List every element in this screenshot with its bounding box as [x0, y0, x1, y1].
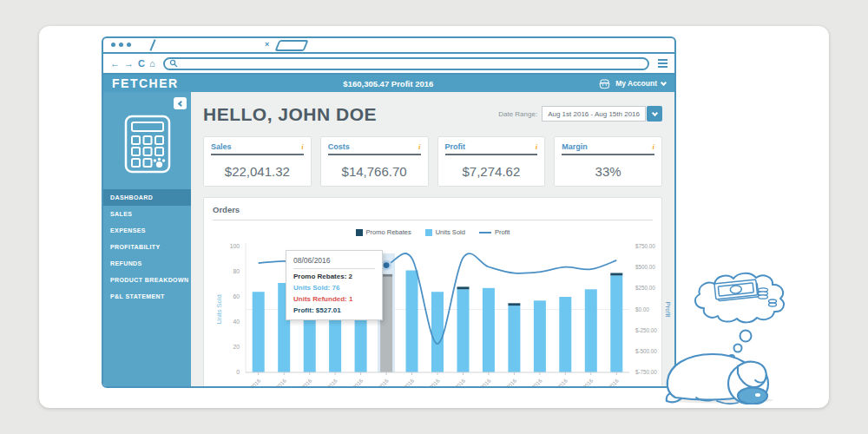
orders-chart[interactable]: 100806040200$750.00$500.00$250.00$0.00$-… [213, 238, 653, 388]
kpi-row: Salesi $22,041.32 Costsi $14,766.70 Prof… [203, 136, 662, 187]
info-icon[interactable]: i [418, 142, 421, 151]
traffic-light-dots [111, 43, 131, 47]
sidebar-item-profitability[interactable]: PROFITABILITY [103, 239, 191, 255]
design-canvas-card: × ← → C ⌂ FETCHER $160,305.47 Profit 201… [39, 26, 829, 408]
kpi-value: $22,041.32 [211, 164, 304, 179]
kpi-card-profit: Profiti $7,274.62 [437, 136, 546, 187]
svg-text:0: 0 [236, 369, 240, 375]
kpi-label: Margin [562, 142, 588, 151]
svg-text:$250.00: $250.00 [635, 285, 655, 291]
my-account-menu[interactable]: My Account [598, 78, 666, 89]
traffic-light-dot [119, 43, 123, 47]
svg-text:$-750.00: $-750.00 [635, 369, 657, 375]
sidebar: DASHBOARD SALES EXPENSES PROFITABILITY R… [103, 92, 191, 386]
svg-text:08/05/2016: 08/05/2016 [340, 377, 365, 388]
sidebar-item-sales[interactable]: SALES [103, 206, 191, 222]
money-icon [714, 279, 759, 301]
traffic-light-dot [127, 43, 131, 47]
svg-text:$500.00: $500.00 [635, 264, 655, 270]
fetcher-logo: FETCHER [112, 76, 179, 90]
sidebar-item-dashboard[interactable]: DASHBOARD [103, 189, 191, 206]
chart-legend: Promo Rebates Units Sold Profit [213, 228, 653, 236]
sleeping-dog-illustration [659, 270, 824, 404]
kpi-card-sales: Salesi $22,041.32 [203, 136, 312, 187]
kpi-card-margin: Margini 33% [554, 136, 662, 187]
traffic-light-dot [111, 43, 115, 47]
kpi-card-costs: Costsi $14,766.70 [320, 136, 429, 187]
info-icon[interactable]: i [536, 142, 538, 151]
my-account-label: My Account [615, 79, 657, 88]
kpi-label: Profit [445, 142, 466, 151]
kpi-value: $14,766.70 [328, 164, 421, 179]
bubble-trail-dot [740, 331, 752, 342]
main-content: HELLO, JOHN DOE Date Range: Aug 1st 2016… [191, 92, 674, 386]
svg-text:08/15/2016: 08/15/2016 [596, 377, 621, 388]
legend-profit[interactable]: Profit [479, 228, 510, 236]
url-input[interactable] [163, 57, 649, 70]
browser-nav-bar: ← → C ⌂ [103, 52, 674, 75]
profit-summary: $160,305.47 Profit 2016 [179, 79, 599, 89]
svg-text:80: 80 [233, 268, 240, 274]
profit-line-swatch [479, 232, 491, 233]
info-icon[interactable]: i [301, 142, 304, 151]
units-sold-swatch [425, 229, 432, 236]
svg-text:08/06/2016: 08/06/2016 [366, 377, 391, 388]
chart-area: 100806040200$750.00$500.00$250.00$0.00$-… [213, 238, 653, 388]
svg-text:08/09/2016: 08/09/2016 [443, 377, 467, 388]
date-range-control: Date Range: Aug 1st 2016 - Aug 15th 2016 [498, 106, 662, 122]
date-range-select[interactable]: Aug 1st 2016 - Aug 15th 2016 [542, 106, 662, 122]
bubble-trail-dot [734, 345, 742, 352]
tab-edge [149, 39, 155, 51]
back-icon[interactable]: ← [110, 59, 120, 69]
tab-close-icon[interactable]: × [265, 40, 269, 49]
app-header: FETCHER $160,305.47 Profit 2016 My Accou… [103, 75, 674, 92]
forward-icon[interactable]: → [124, 59, 134, 69]
paw-icon [153, 158, 164, 168]
svg-text:$-500.00: $-500.00 [635, 348, 657, 354]
legend-units-sold[interactable]: Units Sold [425, 228, 465, 236]
sidebar-nav: DASHBOARD SALES EXPENSES PROFITABILITY R… [103, 189, 191, 305]
svg-text:40: 40 [233, 319, 240, 325]
svg-text:100: 100 [230, 243, 240, 249]
sidebar-item-expenses[interactable]: EXPENSES [103, 222, 191, 239]
svg-text:60: 60 [233, 293, 240, 299]
chevron-down-icon [651, 109, 657, 115]
sidebar-item-pl-statement[interactable]: P&L STATEMENT [103, 288, 191, 305]
promo-rebates-swatch [356, 229, 363, 236]
kpi-label: Sales [211, 142, 232, 151]
date-range-dropdown-button[interactable] [647, 106, 662, 122]
info-icon[interactable]: i [652, 142, 654, 151]
kpi-label: Costs [328, 142, 350, 151]
new-tab-button[interactable] [274, 40, 308, 51]
chevron-left-icon [178, 100, 184, 106]
svg-text:08/03/2016: 08/03/2016 [289, 377, 313, 388]
menu-icon[interactable] [658, 59, 667, 68]
refresh-icon[interactable]: C [138, 59, 145, 69]
tooltip-profit: Profit: $527.01 [293, 306, 375, 314]
sidebar-item-refunds[interactable]: REFUNDS [103, 255, 191, 272]
tooltip-units-refunded: Units Refunded: 1 [293, 295, 375, 303]
home-icon[interactable]: ⌂ [149, 59, 155, 69]
svg-text:08/11/2016: 08/11/2016 [494, 377, 517, 388]
svg-text:08/12/2016: 08/12/2016 [519, 377, 543, 388]
tooltip-date: 08/06/2016 [293, 256, 375, 269]
chart-tooltip: 08/06/2016 Promo Rebates: 2 Units Sold: … [286, 250, 383, 320]
sidebar-collapse-button[interactable] [174, 97, 187, 109]
svg-text:$0.00: $0.00 [635, 306, 649, 312]
dog-nostril [755, 393, 760, 397]
svg-text:20: 20 [233, 344, 240, 350]
orders-title: Orders [213, 205, 653, 220]
svg-text:08/14/2016: 08/14/2016 [570, 377, 595, 388]
sidebar-item-product-breakdown[interactable]: PRODUCT BREAKDOWN [103, 272, 191, 288]
dog-icon [598, 78, 611, 89]
date-range-label: Date Range: [498, 110, 537, 118]
svg-text:08/13/2016: 08/13/2016 [545, 377, 569, 388]
svg-text:Units Sold: Units Sold [215, 294, 223, 324]
svg-text:08/10/2016: 08/10/2016 [468, 377, 492, 388]
kpi-value: 33% [562, 164, 654, 179]
calculator-paw-icon [123, 115, 172, 177]
browser-window: × ← → C ⌂ FETCHER $160,305.47 Profit 201… [102, 36, 676, 388]
legend-promo-rebates[interactable]: Promo Rebates [356, 228, 411, 236]
dog-muzzle [738, 388, 767, 404]
orders-chart-card: Orders Promo Rebates Units Sold Profi [203, 197, 662, 388]
